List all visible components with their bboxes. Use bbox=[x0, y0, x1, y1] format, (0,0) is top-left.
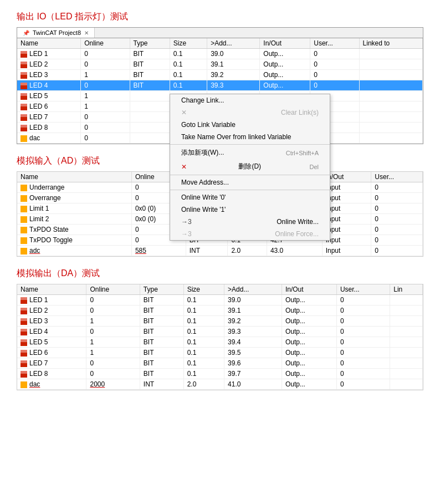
cell-name: LED 5 bbox=[17, 337, 86, 348]
analog-icon bbox=[21, 237, 27, 244]
cell-user: 0 bbox=[336, 327, 390, 337]
cell-name: Limit 1 bbox=[17, 203, 131, 214]
ctx-take-name[interactable]: Take Name Over from linked Variable bbox=[170, 131, 330, 143]
window-tab[interactable]: 📌 TwinCAT Project8 ✕ bbox=[17, 28, 95, 38]
ctx-change-link[interactable]: Change Link... bbox=[170, 94, 330, 106]
analog-icon bbox=[21, 206, 27, 212]
ctx-force-bullet: →3 bbox=[181, 230, 192, 238]
ctx-delete-label: 删除(D) bbox=[238, 162, 261, 171]
table-row[interactable]: LED 3 1 BIT 0.1 39.2 Outp... 0 bbox=[17, 316, 423, 327]
ctx-delete-x-icon: ✕ bbox=[181, 163, 187, 171]
ctx-write-0[interactable]: Online Write '0' bbox=[170, 191, 330, 203]
ctx-add-new[interactable]: 添加新项(W)... Ctrl+Shift+A bbox=[170, 146, 330, 160]
cell-size: 0.1 bbox=[170, 80, 207, 91]
table-row[interactable]: LED 1 0 BIT 0.1 39.0 Outp... 0 bbox=[17, 295, 423, 306]
cell-type: INT bbox=[186, 246, 228, 256]
table-row[interactable]: dac 2000 INT 2.0 41.0 Outp... 0 bbox=[17, 379, 423, 390]
cell-addr: 39.3 bbox=[224, 327, 282, 337]
led-icon bbox=[21, 360, 27, 367]
cell-size: 2.0 bbox=[228, 246, 267, 256]
table-row[interactable]: LED 6 1 BIT 0.1 39.5 Outp... 0 bbox=[17, 348, 423, 358]
analog-icon bbox=[21, 195, 27, 202]
tab-close-button[interactable]: ✕ bbox=[84, 30, 89, 36]
cell-user: 0 bbox=[371, 246, 423, 256]
cell-type: BIT bbox=[140, 327, 183, 337]
cell-addr: 39.2 bbox=[224, 316, 282, 327]
cell-addr: 39.3 bbox=[207, 80, 260, 91]
table-row[interactable]: LED 2 0 BIT 0.1 39.1 Outp... 0 bbox=[17, 306, 423, 316]
ctx-goto-link-label: Goto Link Variable bbox=[181, 121, 236, 129]
table-row[interactable]: adc 585 INT 2.0 43.0 Input 0 bbox=[17, 246, 423, 256]
cell-online: 0 bbox=[86, 369, 140, 379]
cell-lin bbox=[390, 358, 423, 369]
cell-addr: 43.0 bbox=[267, 246, 322, 256]
ctx-delete[interactable]: ✕ 删除(D) Del bbox=[170, 160, 330, 174]
ctx-write-1[interactable]: Online Write '1' bbox=[170, 203, 330, 216]
cell-online: 0 bbox=[81, 49, 130, 59]
cell-name: TxPDO Toggle bbox=[17, 235, 131, 246]
led-icon bbox=[21, 104, 27, 110]
analog-output-window: Name Online Type Size >Add... In/Out Use… bbox=[17, 284, 423, 390]
ctx-write[interactable]: →3 Online Write... bbox=[170, 216, 330, 228]
cell-name: LED 3 bbox=[17, 316, 86, 327]
table-row[interactable]: LED 4 0 BIT 0.1 39.3 Outp... 0 bbox=[17, 80, 423, 91]
table-row[interactable]: LED 3 1 BIT 0.1 39.2 Outp... 0 bbox=[17, 70, 423, 80]
cell-inout: Outp... bbox=[282, 316, 336, 327]
cell-user: 0 bbox=[371, 214, 423, 225]
led-icon bbox=[21, 72, 27, 79]
table-row[interactable]: LED 1 0 BIT 0.1 39.0 Outp... 0 bbox=[17, 49, 423, 59]
table-row[interactable]: LED 4 0 BIT 0.1 39.3 Outp... 0 bbox=[17, 327, 423, 337]
analog-icon bbox=[21, 227, 27, 233]
section-title-dac: 模拟输出（DA）测试 bbox=[17, 268, 423, 279]
col-size: Size bbox=[170, 38, 207, 49]
cell-addr: 41.0 bbox=[224, 379, 282, 390]
cell-linked bbox=[359, 133, 422, 144]
ctx-force[interactable]: →3 Online Force... bbox=[170, 228, 330, 240]
cell-inout: Outp... bbox=[260, 49, 310, 59]
ctx-clear-link[interactable]: ✕ Clear Link(s) bbox=[170, 106, 330, 119]
cell-type bbox=[130, 101, 170, 112]
ctx-move-addr[interactable]: Move Address... bbox=[170, 176, 330, 189]
cell-online: 2000 bbox=[86, 379, 140, 390]
ao-col-inout: In/Out bbox=[282, 284, 336, 295]
ctx-sep-1 bbox=[170, 144, 330, 145]
cell-online: 0 bbox=[86, 358, 140, 369]
analog-icon bbox=[21, 135, 27, 142]
cell-addr: 39.7 bbox=[224, 369, 282, 379]
cell-addr: 39.5 bbox=[224, 348, 282, 358]
col-name: Name bbox=[17, 38, 81, 49]
cell-name: Limit 2 bbox=[17, 214, 131, 225]
ctx-write-1-label: Online Write '1' bbox=[181, 206, 226, 213]
cell-name: dac bbox=[17, 133, 81, 144]
ai-col-name: Name bbox=[17, 172, 131, 182]
cell-type: BIT bbox=[140, 295, 183, 306]
led-icon bbox=[21, 329, 27, 335]
cell-user: 0 bbox=[310, 70, 359, 80]
cell-lin bbox=[390, 295, 423, 306]
table-row[interactable]: LED 5 1 BIT 0.1 39.4 Outp... 0 bbox=[17, 337, 423, 348]
cell-type bbox=[130, 91, 170, 101]
cell-online: 585 bbox=[131, 246, 186, 256]
cell-online: 1 bbox=[81, 101, 130, 112]
cell-type: INT bbox=[140, 379, 183, 390]
cell-inout: Outp... bbox=[282, 379, 336, 390]
cell-type: BIT bbox=[130, 59, 170, 70]
cell-inout: Input bbox=[322, 246, 371, 256]
cell-inout: Outp... bbox=[282, 295, 336, 306]
led-icon bbox=[21, 114, 27, 121]
cell-name: LED 7 bbox=[17, 358, 86, 369]
table-row[interactable]: LED 8 0 BIT 0.1 39.7 Outp... 0 bbox=[17, 369, 423, 379]
cell-user: 0 bbox=[371, 193, 423, 203]
cell-name: LED 4 bbox=[17, 80, 81, 91]
cell-name: adc bbox=[17, 246, 131, 256]
col-user: User... bbox=[310, 38, 359, 49]
x-icon: ✕ bbox=[181, 109, 187, 116]
ao-col-addr: >Add... bbox=[224, 284, 282, 295]
table-row[interactable]: LED 2 0 BIT 0.1 39.1 Outp... 0 bbox=[17, 59, 423, 70]
col-online: Online bbox=[81, 38, 130, 49]
table-row[interactable]: LED 7 0 BIT 0.1 39.6 Outp... 0 bbox=[17, 358, 423, 369]
cell-type: BIT bbox=[140, 316, 183, 327]
cell-inout: Outp... bbox=[260, 80, 310, 91]
cell-online: 0 bbox=[86, 327, 140, 337]
ctx-goto-link[interactable]: Goto Link Variable bbox=[170, 119, 330, 131]
